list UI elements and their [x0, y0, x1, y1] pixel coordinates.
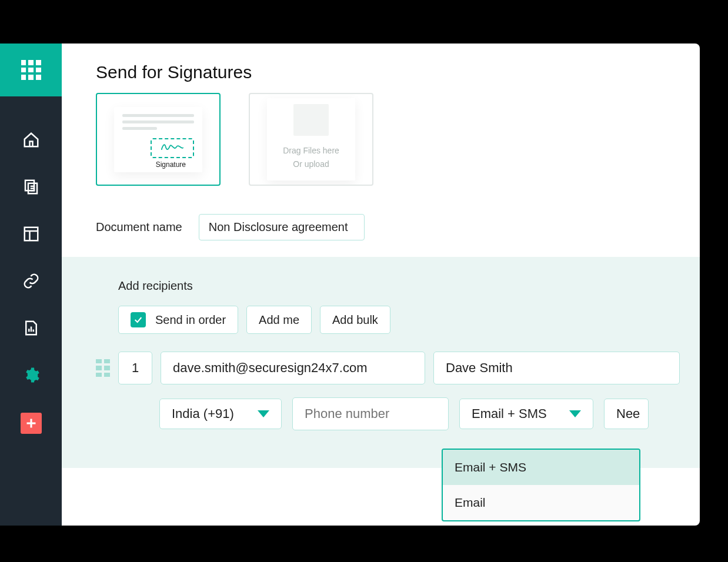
- add-me-label: Add me: [259, 313, 299, 327]
- drag-handle-icon[interactable]: [96, 359, 110, 377]
- recipients-panel: Add recipients Send in order Add me Add …: [62, 257, 700, 468]
- delivery-method-value: Email + SMS: [472, 406, 547, 421]
- apps-grid-icon: [21, 60, 41, 80]
- document-cards-row: Signature Drag Files here Or upload: [62, 93, 700, 186]
- add-button[interactable]: [21, 413, 42, 434]
- home-icon[interactable]: [22, 131, 41, 149]
- signer-action-dropdown[interactable]: Nee: [604, 399, 649, 429]
- recipient-email-input[interactable]: [161, 352, 425, 384]
- document-name-row: Document name: [62, 186, 700, 240]
- signer-action-value: Nee: [616, 406, 640, 421]
- add-bulk-label: Add bulk: [332, 313, 378, 327]
- country-code-value: India (+91): [172, 406, 234, 421]
- delivery-options-popup: Email + SMS Email: [442, 449, 640, 521]
- phone-number-input[interactable]: [292, 397, 449, 430]
- upload-text-line1: Drag Files here: [283, 145, 339, 156]
- signature-label: Signature: [156, 160, 186, 169]
- caret-down-icon: [258, 410, 269, 417]
- send-in-order-toggle[interactable]: Send in order: [118, 306, 238, 334]
- upload-slot-icon: [293, 104, 329, 136]
- add-bulk-button[interactable]: Add bulk: [320, 306, 390, 334]
- delivery-option-email[interactable]: Email: [443, 485, 639, 520]
- document-name-input[interactable]: [199, 214, 365, 240]
- recipients-toolbar: Send in order Add me Add bulk: [96, 306, 680, 334]
- recipients-title: Add recipients: [96, 279, 680, 293]
- page-title: Send for Signatures: [62, 44, 700, 93]
- add-me-button[interactable]: Add me: [246, 306, 312, 334]
- recipient-row: 1: [96, 352, 680, 384]
- country-code-dropdown[interactable]: India (+91): [159, 399, 282, 429]
- upload-card[interactable]: Drag Files here Or upload: [249, 93, 373, 186]
- documents-icon[interactable]: [22, 178, 41, 196]
- recipient-name-input[interactable]: [433, 352, 680, 384]
- upload-text-line2: Or upload: [293, 159, 329, 170]
- sidebar: [0, 44, 62, 526]
- recipient-row-secondary: India (+91) Email + SMS Nee: [96, 397, 680, 430]
- app-launcher-button[interactable]: [0, 44, 62, 96]
- sidebar-nav: [21, 131, 42, 434]
- delivery-option-email-sms[interactable]: Email + SMS: [443, 450, 639, 485]
- templates-icon[interactable]: [22, 225, 41, 243]
- document-name-label: Document name: [96, 220, 182, 234]
- link-icon[interactable]: [22, 272, 41, 290]
- document-preview-card[interactable]: Signature: [96, 93, 221, 186]
- send-in-order-label: Send in order: [155, 313, 226, 327]
- delivery-method-dropdown[interactable]: Email + SMS: [459, 399, 593, 429]
- checkbox-checked-icon: [131, 312, 146, 327]
- upload-inner: Drag Files here Or upload: [267, 98, 355, 180]
- caret-down-icon: [569, 410, 581, 417]
- settings-icon[interactable]: [22, 366, 41, 384]
- document-thumbnail: Signature: [114, 107, 202, 172]
- svg-rect-5: [24, 228, 38, 241]
- reports-icon[interactable]: [22, 319, 41, 337]
- recipient-index: 1: [118, 352, 152, 384]
- signature-placeholder-icon: [151, 138, 194, 158]
